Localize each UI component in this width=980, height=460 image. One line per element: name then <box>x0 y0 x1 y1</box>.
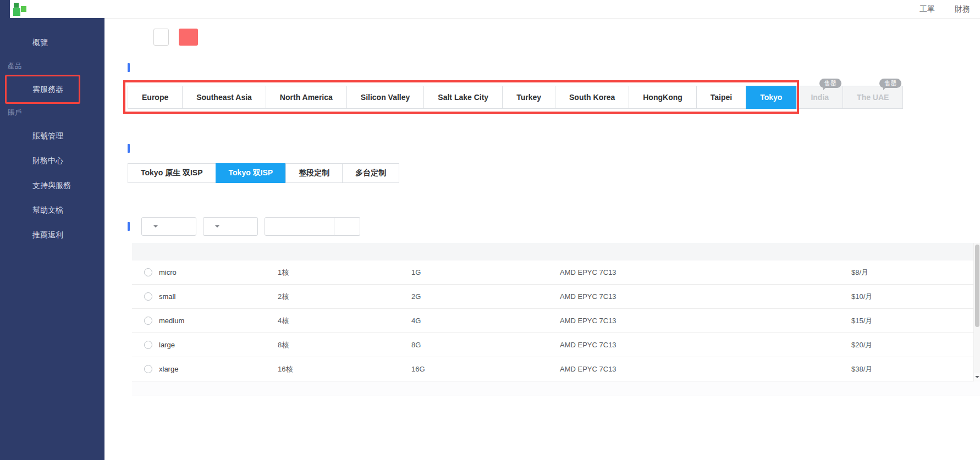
sidebar-item-icon <box>15 206 25 215</box>
row-radio-button[interactable] <box>144 365 152 373</box>
location-tab[interactable]: India 售罄 <box>796 86 843 109</box>
location-tab[interactable]: The UAE 售罄 <box>843 86 903 109</box>
spec-cpu-model: AMD EPYC 7C13 <box>560 292 851 301</box>
table-scrollbar[interactable] <box>973 243 980 381</box>
spec-memory: 8G <box>411 341 560 349</box>
spec-name: large <box>159 341 175 349</box>
my-cloud-servers-button[interactable] <box>153 29 169 46</box>
section-bar-icon <box>128 63 130 72</box>
line-tab[interactable]: Tokyo 原生 双ISP <box>128 163 216 183</box>
sidebar-nav: 概覽 產品 雲服務器 賬戶 賬號管理 財務中心 支持與服務 幫助文檔 推薦返利 <box>0 18 104 247</box>
topbar: 工單財務 <box>104 0 980 19</box>
sidebar-item: 賬戶 <box>0 102 104 124</box>
sidebar-item-label: 賬戶 <box>8 108 21 118</box>
home-icon[interactable] <box>890 4 900 14</box>
sold-out-badge: 售罄 <box>879 79 901 88</box>
location-tab[interactable]: Silicon Valley <box>346 86 425 109</box>
spec-cpu: 8核 <box>278 340 411 350</box>
location-tab[interactable]: Turkey <box>502 86 555 109</box>
location-tab[interactable]: Europe <box>128 86 183 109</box>
location-tab-label: Tokyo <box>760 93 782 102</box>
line-tabs: Tokyo 原生 双ISP Tokyo 双ISP 整段定制 多台定制 <box>128 163 980 183</box>
location-tab[interactable]: North America <box>266 86 347 109</box>
spec-search <box>265 217 360 236</box>
line-tab-label: Tokyo 双ISP <box>229 168 273 178</box>
topnav-item[interactable]: 財務 <box>955 4 970 14</box>
sidebar-item-label: 概覽 <box>32 38 48 48</box>
row-radio-button[interactable] <box>144 268 152 276</box>
location-tab[interactable]: Southeast Asia <box>182 86 266 109</box>
spec-price: $20/月 <box>851 340 976 350</box>
sidebar-item[interactable]: 賬號管理 <box>0 124 104 148</box>
table-row[interactable]: large 8核 8G AMD EPYC 7C13 $20/月 <box>132 333 976 357</box>
spec-memory: 16G <box>411 365 560 373</box>
main-area: 工單財務 Europe Southeast Asia North America <box>104 0 980 460</box>
cpu-select[interactable] <box>141 217 196 236</box>
sidebar-item-label: 幫助文檔 <box>32 206 63 215</box>
location-tab[interactable]: Taipei <box>696 86 746 109</box>
spec-price: $38/月 <box>851 364 976 374</box>
sidebar-item-label: 賬號管理 <box>32 131 63 141</box>
sidebar-item[interactable]: 概覽 <box>0 30 104 55</box>
scrollbar-down-button[interactable] <box>974 373 980 381</box>
row-radio-button[interactable] <box>144 341 152 349</box>
sidebar-item-label: 財務中心 <box>32 156 63 166</box>
table-row[interactable]: medium 4核 4G AMD EPYC 7C13 $15/月 <box>132 309 976 333</box>
scrollbar-thumb[interactable] <box>975 245 979 327</box>
section-title-location <box>128 63 980 72</box>
table-row[interactable]: small 2核 2G AMD EPYC 7C13 $10/月 <box>132 285 976 309</box>
location-tab-label: Taipei <box>711 93 732 102</box>
location-tab[interactable]: Salt Lake City <box>423 86 503 109</box>
sidebar-item: 產品 <box>0 55 104 77</box>
spec-cpu-model: AMD EPYC 7C13 <box>560 317 851 325</box>
location-tab-label: North America <box>280 93 333 102</box>
spec-cpu: 16核 <box>278 364 411 374</box>
location-tab[interactable]: South Korea <box>555 86 629 109</box>
location-tab-label: South Korea <box>569 93 615 102</box>
arrow-down-icon <box>975 376 979 380</box>
sidebar-item-icon <box>15 181 25 191</box>
location-tab-label: HongKong <box>643 93 682 102</box>
line-tab[interactable]: 整段定制 <box>285 163 343 183</box>
topnav-items-host: 工單財務 <box>920 4 970 14</box>
sidebar-item[interactable]: 支持與服務 <box>0 173 104 198</box>
sidebar-item-label: 支持與服務 <box>32 181 71 191</box>
spec-table: micro 1核 1G AMD EPYC 7C13 $8/月 small 2核 … <box>132 243 976 381</box>
spec-cpu-model: AMD EPYC 7C13 <box>560 268 851 276</box>
buy-cloud-server-button[interactable] <box>179 29 198 46</box>
spec-filter-row <box>128 217 980 236</box>
topnav-item[interactable]: 工單 <box>920 4 935 14</box>
spec-name-input[interactable] <box>265 217 334 236</box>
search-button[interactable] <box>334 217 360 236</box>
sidebar-item-icon <box>15 230 25 240</box>
spec-cpu-model: AMD EPYC 7C13 <box>560 365 851 373</box>
table-row[interactable]: micro 1核 1G AMD EPYC 7C13 $8/月 <box>132 261 976 285</box>
location-tab-group-available: Europe Southeast Asia North America Sili… <box>128 86 796 109</box>
section-bar-icon <box>128 144 130 153</box>
sidebar-item[interactable]: 雲服務器 <box>0 77 104 102</box>
brand-logo-icon <box>13 2 27 16</box>
spec-cpu: 2核 <box>278 292 411 302</box>
brand-logo <box>10 0 104 18</box>
spec-table-body: micro 1核 1G AMD EPYC 7C13 $8/月 small 2核 … <box>132 261 976 381</box>
section-title-line <box>128 144 980 153</box>
sidebar-item-icon <box>15 131 25 141</box>
line-tab[interactable]: 多台定制 <box>342 163 399 183</box>
sidebar-item[interactable]: 推薦返利 <box>0 223 104 247</box>
sold-out-badge: 售罄 <box>819 79 841 88</box>
memory-select[interactable] <box>203 217 258 236</box>
section-title-spec <box>128 222 135 231</box>
location-tab[interactable]: Tokyo <box>746 86 796 109</box>
location-tabs: Europe Southeast Asia North America Sili… <box>128 86 980 109</box>
sidebar-item[interactable]: 幫助文檔 <box>0 198 104 223</box>
location-tab[interactable]: HongKong <box>629 86 697 109</box>
sidebar-item-label: 推薦返利 <box>32 230 63 240</box>
location-tab-group-soldout: India 售罄 The UAE 售罄 <box>796 86 903 109</box>
sidebar: 概覽 產品 雲服務器 賬戶 賬號管理 財務中心 支持與服務 幫助文檔 推薦返利 <box>0 0 104 460</box>
line-tab[interactable]: Tokyo 双ISP <box>216 163 287 183</box>
row-radio-button[interactable] <box>144 317 152 325</box>
sidebar-item[interactable]: 財務中心 <box>0 148 104 173</box>
table-row[interactable]: xlarge 16核 16G AMD EPYC 7C13 $38/月 <box>132 357 976 381</box>
row-radio-button[interactable] <box>144 292 152 301</box>
location-tab-label: Southeast Asia <box>196 93 252 102</box>
